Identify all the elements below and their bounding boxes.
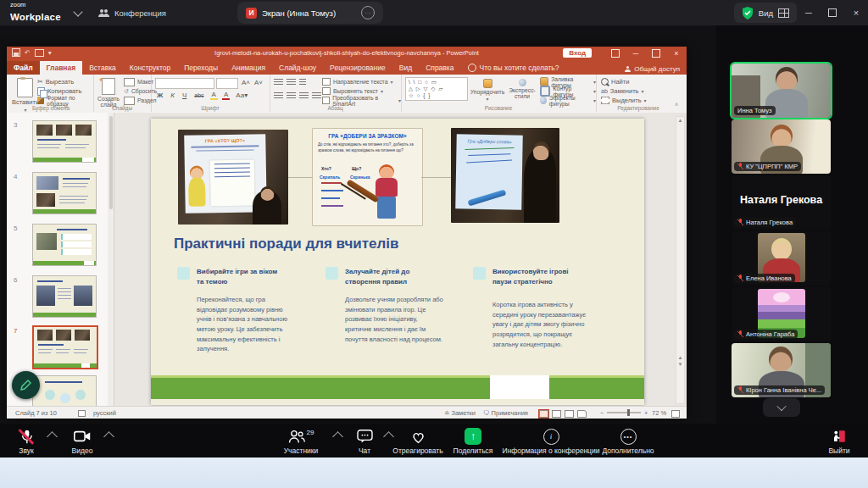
character-spacing-button[interactable]: Аа▾: [234, 92, 249, 99]
new-slide-icon: [102, 78, 115, 95]
numbering-icon[interactable]: [287, 79, 296, 86]
ribbon: Вставить▾ ✂Вырезать Копировать Формат по…: [7, 75, 687, 114]
zoom-slider[interactable]: [607, 412, 641, 413]
find-button[interactable]: Найти: [601, 77, 647, 86]
thumbnail-scrollbar[interactable]: [108, 113, 114, 407]
zoom-in-button[interactable]: +: [644, 409, 648, 417]
find-icon: [601, 78, 609, 86]
more-options-button[interactable]: ••• Дополнительно: [586, 428, 670, 455]
ppt-minimize-button[interactable]: ─: [626, 47, 646, 60]
indent-icon[interactable]: [299, 79, 306, 86]
ppt-maximize-button[interactable]: [646, 47, 666, 60]
tab-file[interactable]: Файл: [7, 61, 40, 75]
align-left-icon[interactable]: [274, 92, 283, 99]
participants-button[interactable]: 29 Участники: [263, 428, 339, 455]
video-button[interactable]: Видео: [56, 428, 108, 455]
video-tile-avatar[interactable]: Антоніна Гараба: [732, 287, 831, 341]
ppt-titlebar: ↶ ▾ Igrovi-metodi-na-urokah-u-pochatkovi…: [7, 47, 687, 60]
slide-thumbnail[interactable]: [32, 172, 97, 214]
slide-footer-gap: [490, 375, 549, 399]
slide-thumbnail-panel[interactable]: 3 4 5: [7, 113, 114, 407]
bullets-icon[interactable]: [274, 79, 283, 86]
slide-thumbnail[interactable]: [32, 375, 97, 407]
zoom-out-button[interactable]: −: [600, 409, 604, 417]
italic-button[interactable]: К: [169, 92, 176, 99]
bold-button[interactable]: Ж: [155, 92, 164, 99]
new-slide-button[interactable]: Создать слайд: [95, 75, 122, 108]
shape-effects-button[interactable]: Эффекты фигуры▾: [540, 96, 596, 105]
tab-view[interactable]: Вид: [392, 61, 419, 75]
ppt-share-button[interactable]: Общий доступ: [625, 65, 680, 73]
font-size-input[interactable]: [216, 78, 238, 89]
language-indicator[interactable]: русский: [93, 409, 116, 417]
smartart-button[interactable]: Преобразовать в SmartArt▾: [322, 96, 401, 105]
ppt-close-button[interactable]: ×: [666, 47, 687, 60]
tab-review[interactable]: Рецензирование: [323, 61, 392, 75]
text-direction-icon: [322, 78, 331, 86]
maximize-button[interactable]: [821, 0, 844, 25]
cut-button[interactable]: ✂Вырезать: [37, 77, 93, 86]
collapse-ribbon-icon[interactable]: ˄: [675, 102, 678, 108]
minimize-button[interactable]: ─: [797, 0, 821, 25]
tab-home[interactable]: Главная: [40, 61, 83, 75]
shapes-gallery[interactable]: \ \ □ ○ ▭ △ ▷ ▽ ◇ ▱ ☆ ○ { }: [405, 77, 468, 101]
chat-button[interactable]: Чат: [341, 428, 388, 455]
tab-transitions[interactable]: Переходы: [177, 61, 225, 75]
participants-icon: 29: [263, 428, 339, 445]
shapes-row-icons: △ ▷ ▽ ◇ ▱: [409, 86, 465, 92]
tab-options-icon[interactable]: …: [361, 6, 375, 19]
slide-thumbnail[interactable]: [32, 120, 97, 163]
workspace-dropdown-chevron-icon[interactable]: [73, 7, 82, 16]
slide-thumbnail[interactable]: [32, 275, 97, 318]
tab-insert[interactable]: Вставка: [82, 61, 123, 75]
justify-icon[interactable]: [312, 92, 321, 99]
select-button[interactable]: Выделить▾: [601, 96, 647, 105]
comments-toggle[interactable]: 🗨 Примечания: [483, 409, 528, 417]
video-tile[interactable]: КУ "ЦПРПП" КМР: [732, 119, 831, 174]
tab-screen-share[interactable]: И Экран (Инна Томуз) …: [237, 2, 383, 24]
strikethrough-button[interactable]: abc: [192, 92, 205, 98]
shrink-font-button[interactable]: A˅: [253, 79, 264, 86]
video-tile[interactable]: Инна Томуз: [732, 64, 831, 118]
more-icon: •••: [620, 429, 637, 445]
arrange-button[interactable]: Упорядочить▾: [469, 76, 506, 102]
slide-number: 3: [14, 121, 17, 129]
tab-animations[interactable]: Анимация: [225, 61, 272, 75]
video-tile-avatar[interactable]: Елена Иванова: [732, 231, 831, 286]
tab-conference[interactable]: Конференция: [98, 0, 166, 25]
video-tile-no-video[interactable]: Наталя Грекова Наталя Грекова: [732, 175, 831, 230]
tell-me-box[interactable]: Что вы хотите сделать?: [461, 61, 566, 75]
slide-thumbnail-selected[interactable]: [32, 325, 98, 369]
text-direction-button[interactable]: Направление текста▾: [322, 77, 401, 86]
audio-button[interactable]: Звук: [0, 428, 53, 455]
video-tile[interactable]: КІрон Ганна Іванівна Че...: [732, 343, 831, 397]
leave-button[interactable]: Выйти: [814, 428, 865, 455]
quick-styles-button[interactable]: Экспресс-стили: [506, 76, 538, 100]
underline-button[interactable]: Ч: [181, 92, 188, 99]
font-color-button[interactable]: А: [222, 91, 230, 100]
view-control[interactable]: Вид: [734, 3, 797, 23]
align-right-icon[interactable]: [299, 92, 309, 99]
paste-icon: [17, 78, 33, 97]
slide-thumbnail[interactable]: [32, 224, 97, 266]
replace-button[interactable]: abЗаменить▾: [601, 86, 647, 96]
tab-slideshow[interactable]: Слайд-шоу: [272, 61, 323, 75]
view-buttons[interactable]: [539, 409, 590, 418]
close-button[interactable]: ×: [844, 0, 868, 25]
align-center-icon[interactable]: [287, 92, 296, 99]
sign-in-button[interactable]: Вход: [563, 48, 592, 58]
ribbon-options-icon[interactable]: [605, 47, 626, 60]
highlight-button[interactable]: А: [210, 91, 218, 100]
notes-toggle[interactable]: ≐ Заметки: [444, 409, 476, 417]
annotation-pencil-button[interactable]: [12, 371, 40, 399]
fit-slide-icon[interactable]: [671, 409, 683, 418]
slide-scrollbar[interactable]: ▲▲▼: [676, 116, 685, 404]
zoom-percentage[interactable]: 72 %: [652, 409, 666, 417]
grow-font-button[interactable]: A˄: [240, 79, 252, 86]
more-participants-button[interactable]: [763, 398, 800, 417]
powerpoint-window: ↶ ▾ Igrovi-metodi-na-urokah-u-pochatkovi…: [7, 47, 687, 419]
slide-canvas[interactable]: ГРА «ХТО? ЩО?» ГРА «ДОБЕРИ ЗА ЗРАЗКОМ: [151, 119, 644, 405]
tab-help[interactable]: Справка: [419, 61, 460, 75]
font-name-input[interactable]: [155, 78, 214, 89]
tab-design[interactable]: Конструктор: [123, 61, 177, 75]
